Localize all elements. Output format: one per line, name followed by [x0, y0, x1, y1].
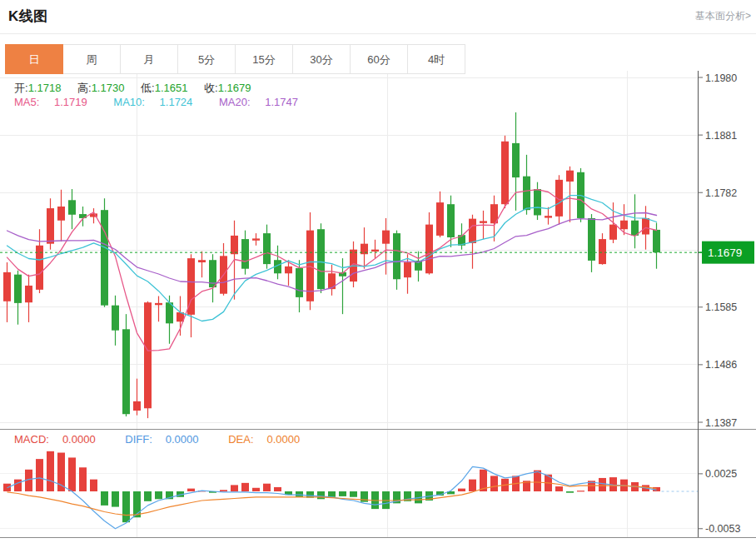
fundamental-analysis-link[interactable]: 基本面分析>: [695, 9, 751, 23]
ma10-legend: MA10: 1.1724: [113, 96, 204, 108]
macd-legend: MACD:0.0000 DIFF:0.0000 DEA:0.0000: [14, 433, 326, 446]
tab-4hour[interactable]: 4时: [407, 44, 465, 74]
svg-text:1.1585: 1.1585: [705, 301, 737, 313]
svg-text:0.0025: 0.0025: [705, 468, 737, 480]
interval-tabbar: 日 周 月 5分 15分 30分 60分 4时: [6, 44, 465, 74]
header-divider: [0, 33, 756, 34]
ohlc-legend: 开:1.1718 高:1.1730 低:1.1651 收:1.1679: [14, 81, 264, 96]
tab-60min[interactable]: 60分: [350, 44, 408, 74]
close-value: 1.1679: [218, 82, 251, 94]
ma-legend: MA5: 1.1719 MA10: 1.1724 MA20: 1.1747: [14, 96, 321, 108]
svg-text:1.1387: 1.1387: [705, 417, 737, 429]
tab-month[interactable]: 月: [120, 44, 178, 74]
open-value: 1.1718: [28, 82, 62, 94]
dea-value-legend: DEA:0.0000: [228, 433, 313, 446]
tab-day[interactable]: 日: [5, 44, 63, 74]
diff-value-legend: DIFF:0.0000: [125, 433, 211, 446]
low-label: 低:: [141, 82, 155, 94]
macd-value-legend: MACD:0.0000: [14, 433, 109, 446]
svg-text:1.1782: 1.1782: [705, 187, 737, 199]
ma5-legend: MA5: 1.1719: [14, 96, 99, 108]
close-label: 收:: [204, 82, 218, 94]
svg-text:-0.0053: -0.0053: [705, 523, 740, 535]
svg-text:1.1881: 1.1881: [705, 130, 737, 142]
low-value: 1.1651: [155, 82, 188, 94]
high-label: 高:: [77, 82, 92, 94]
page-title: K线图: [8, 7, 48, 26]
open-label: 开:: [14, 82, 28, 94]
tab-week[interactable]: 周: [62, 44, 121, 74]
svg-text:1.1679: 1.1679: [708, 247, 742, 259]
high-value: 1.1730: [92, 82, 125, 94]
svg-text:1.1486: 1.1486: [705, 359, 737, 371]
tab-30min[interactable]: 30分: [292, 44, 351, 74]
kline-page: 1.16791.19801.18811.17821.15851.14861.13…: [0, 0, 756, 543]
current-price-tag: 1.1679: [698, 242, 754, 264]
svg-text:1.1980: 1.1980: [705, 72, 737, 84]
tab-5min[interactable]: 5分: [177, 44, 236, 74]
ma20-legend: MA20: 1.1747: [219, 96, 310, 108]
tab-15min[interactable]: 15分: [235, 44, 293, 74]
